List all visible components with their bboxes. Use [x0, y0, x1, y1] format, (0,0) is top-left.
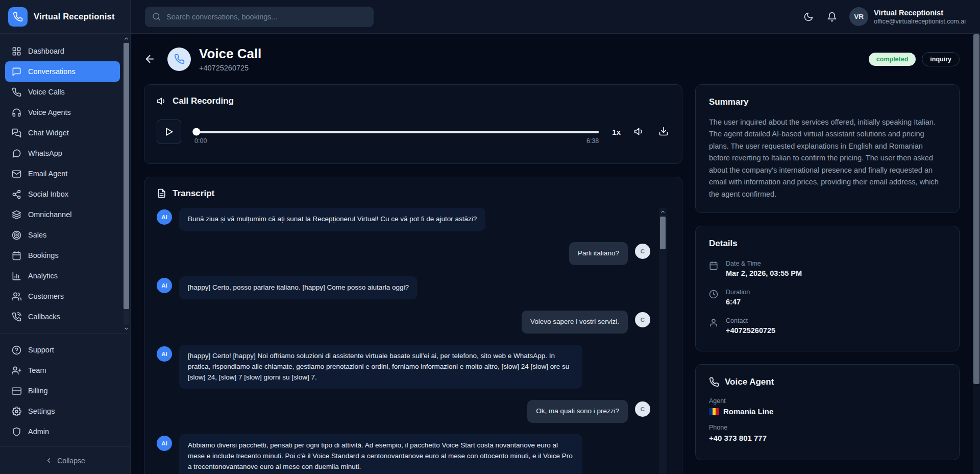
caller-phone: +40725260725	[199, 64, 261, 72]
sidebar-item-team[interactable]: Team	[5, 360, 120, 381]
call-recording-card: Call Recording 0:00 6:38 1x	[144, 84, 682, 164]
seek-slider[interactable]: 0:00 6:38	[194, 131, 599, 133]
summary-text: The user inquired about the services off…	[709, 116, 946, 200]
audio-player: 0:00 6:38 1x	[157, 120, 670, 152]
sidebar-item-label: Dashboard	[28, 47, 64, 55]
transcript-scrollbar[interactable]	[659, 208, 667, 474]
message-bubble: Abbiamo diversi pacchetti, pensati per o…	[179, 434, 582, 474]
sales-icon	[11, 230, 21, 240]
agent-label: Agent	[709, 397, 946, 405]
admin-shield-icon	[11, 426, 21, 437]
transcript-scrollbar-thumb[interactable]	[660, 217, 666, 249]
team-icon	[11, 365, 21, 375]
sidebar-scrollbar[interactable]	[123, 35, 130, 332]
scroll-up-icon[interactable]	[124, 35, 129, 42]
scroll-down-icon[interactable]	[124, 325, 129, 332]
status-badges: completed inquiry	[869, 52, 960, 66]
summary-card: Summary The user inquired about the serv…	[695, 84, 960, 213]
voice-agent-title: Voice Agent	[725, 377, 774, 387]
sidebar-item-dashboard[interactable]: Dashboard	[5, 41, 120, 61]
sidebar-item-settings[interactable]: Settings	[5, 401, 120, 421]
sidebar-item-label: Social Inbox	[28, 190, 68, 198]
sidebar-item-label: Conversations	[28, 67, 76, 76]
sidebar-item-analytics[interactable]: Analytics	[5, 266, 120, 286]
volume-icon	[634, 126, 645, 137]
scroll-up-icon[interactable]	[660, 208, 666, 216]
message-bubble: Ok, ma quali sono i prezzi?	[527, 400, 628, 423]
sidebar-item-label: Team	[28, 366, 46, 374]
topbar: VR Virtual Receptionist office@virtualre…	[131, 0, 980, 34]
sidebar-item-billing[interactable]: Billing	[5, 381, 120, 401]
details-card: Details Date & Time Mar 2, 2026, 03:55 P…	[695, 226, 960, 351]
notifications-button[interactable]	[826, 11, 838, 23]
user-name: Virtual Receptionist	[874, 9, 966, 17]
message-bubble: Volevo sapere i vostri servizi.	[522, 311, 628, 334]
detail-label: Duration	[726, 289, 750, 296]
message-bubble: Bună ziua și vă mulțumim că ați sunat la…	[179, 208, 485, 231]
voice-agent-header: Voice Agent	[709, 377, 946, 387]
sidebar-item-label: Callbacks	[28, 313, 60, 321]
sidebar-item-whatsapp[interactable]: WhatsApp	[5, 143, 120, 163]
main-area: VR Virtual Receptionist office@virtualre…	[131, 0, 980, 474]
user-menu[interactable]: VR Virtual Receptionist office@virtualre…	[849, 7, 966, 26]
sidebar-item-email-agent[interactable]: Email Agent	[5, 163, 120, 184]
page-scrollbar[interactable]	[973, 34, 980, 474]
sidebar-item-voice-agents[interactable]: Voice Agents	[5, 102, 120, 123]
moon-icon	[803, 12, 814, 22]
message-ai: AI Bună ziua și vă mulțumim că ați sunat…	[157, 208, 650, 231]
ai-avatar: AI	[157, 278, 172, 293]
transcript-scrollbar-track[interactable]	[659, 216, 667, 474]
sidebar-item-admin[interactable]: Admin	[5, 421, 120, 442]
detail-value: 6:47	[726, 298, 750, 306]
sidebar-secondary-nav: Support Team Billing Settings Admin	[0, 333, 130, 444]
detail-value: Mar 2, 2026, 03:55 PM	[726, 269, 802, 277]
sidebar-item-label: Sales	[28, 231, 46, 239]
sidebar-item-omnichannel[interactable]: Omnichannel	[5, 204, 120, 225]
playback-speed-button[interactable]: 1x	[612, 128, 621, 136]
volume-button[interactable]	[634, 126, 645, 137]
search-input[interactable]	[166, 13, 366, 21]
sidebar-item-customers[interactable]: Customers	[5, 286, 120, 306]
sidebar-item-support[interactable]: Support	[5, 340, 120, 360]
sidebar-scrollbar-track[interactable]	[124, 42, 129, 325]
message-customer: Volevo sapere i vostri servizi. C	[157, 311, 650, 334]
sidebar-item-label: Settings	[28, 407, 55, 415]
sidebar-item-conversations[interactable]: Conversations	[5, 61, 120, 82]
message-customer: Parli italiano? C	[157, 242, 650, 265]
play-icon	[164, 127, 174, 137]
agent-phone: +40 373 801 777	[709, 434, 946, 442]
whatsapp-icon	[11, 148, 21, 158]
back-button[interactable]	[144, 53, 156, 65]
page-scrollbar-thumb[interactable]	[973, 34, 979, 384]
phone-icon	[174, 54, 185, 64]
sidebar-item-social-inbox[interactable]: Social Inbox	[5, 184, 120, 204]
app-root: Virtual Receptionist Dashboard Conversat…	[0, 0, 980, 474]
seek-track[interactable]	[194, 131, 599, 133]
play-button[interactable]	[157, 120, 181, 144]
calendar-icon	[709, 261, 719, 271]
sidebar-item-sales[interactable]: Sales	[5, 225, 120, 245]
bookings-icon	[11, 250, 21, 260]
collapse-sidebar-button[interactable]: Collapse	[0, 446, 130, 474]
download-button[interactable]	[658, 126, 670, 137]
sidebar-item-bookings[interactable]: Bookings	[5, 245, 120, 266]
sidebar-item-label: Voice Agents	[28, 108, 71, 116]
clock-icon	[709, 290, 719, 299]
user-avatar: VR	[849, 7, 868, 26]
dark-mode-toggle[interactable]	[802, 11, 815, 23]
arrow-left-icon	[144, 53, 156, 65]
sidebar-item-voice-calls[interactable]: Voice Calls	[5, 82, 120, 102]
sidebar-item-callbacks[interactable]: Callbacks	[5, 306, 120, 327]
detail-label: Date & Time	[726, 260, 802, 267]
seek-thumb[interactable]	[192, 128, 200, 136]
sidebar-item-chat-widget[interactable]: Chat Widget	[5, 123, 120, 143]
global-search[interactable]	[145, 7, 374, 27]
transcript-title: Transcript	[173, 188, 214, 199]
summary-title: Summary	[709, 97, 946, 107]
search-icon	[152, 12, 161, 21]
sidebar: Virtual Receptionist Dashboard Conversat…	[0, 0, 131, 474]
customer-avatar: C	[635, 312, 650, 327]
sidebar-scrollbar-thumb[interactable]	[124, 43, 129, 309]
sidebar-nav: Dashboard Conversations Voice Calls Voic…	[0, 34, 130, 333]
message-customer: Ok, ma quali sono i prezzi? C	[157, 400, 650, 423]
